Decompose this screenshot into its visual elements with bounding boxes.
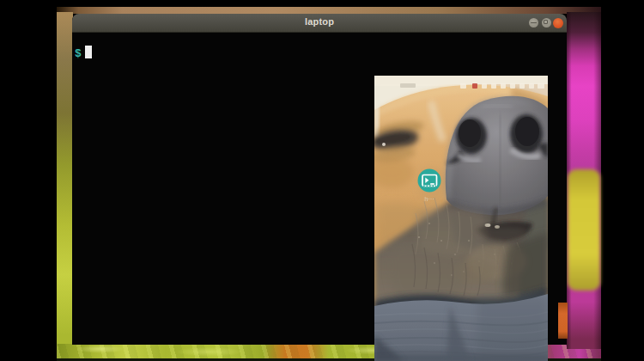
svg-text:h···: h··· — [424, 195, 434, 203]
